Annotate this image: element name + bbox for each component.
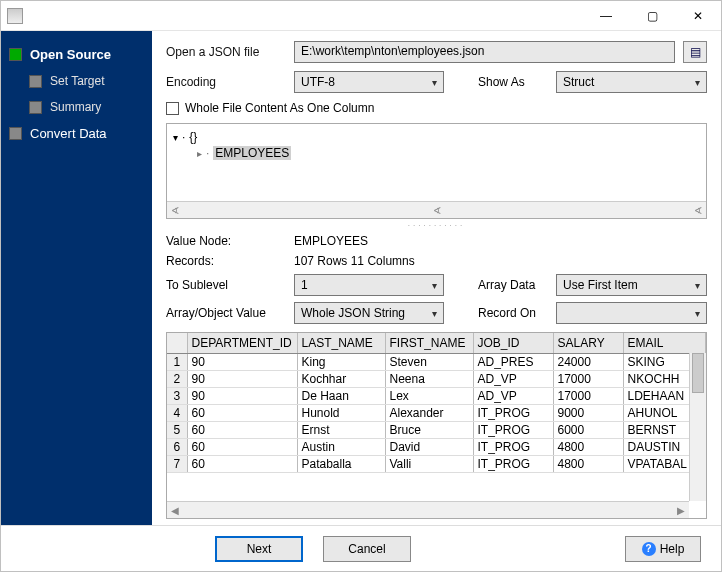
column-header[interactable]: SALARY (553, 333, 623, 353)
help-icon: ? (642, 542, 656, 556)
arraydata-select[interactable]: Use First Item ▾ (556, 274, 707, 296)
file-path-input[interactable]: E:\work\temp\nton\employees.json (294, 41, 675, 63)
cell: IT_PROG (473, 455, 553, 472)
encoding-select[interactable]: UTF-8 ▾ (294, 71, 444, 93)
column-header[interactable]: FIRST_NAME (385, 333, 473, 353)
cell: 60 (187, 455, 297, 472)
browse-button[interactable]: ▤ (683, 41, 707, 63)
cell: AD_VP (473, 387, 553, 404)
cell: IT_PROG (473, 404, 553, 421)
table-row[interactable]: 190KingStevenAD_PRES24000SKING (167, 353, 706, 370)
vertical-scrollbar[interactable] (689, 353, 706, 501)
cell: King (297, 353, 385, 370)
step-marker-icon (9, 127, 22, 140)
json-tree[interactable]: ▾ · {} ▸ · EMPLOYEES ∢∢∢ (166, 123, 707, 219)
arrobj-select[interactable]: Whole JSON String ▾ (294, 302, 444, 324)
cell: Alexander (385, 404, 473, 421)
cell: 90 (187, 387, 297, 404)
cell: 6000 (553, 421, 623, 438)
value-node-label: Value Node: (166, 234, 286, 248)
tree-scrollbar[interactable]: ∢∢∢ (167, 201, 706, 218)
table-row[interactable]: 560ErnstBruceIT_PROG6000BERNST (167, 421, 706, 438)
cell: Steven (385, 353, 473, 370)
column-header[interactable]: DEPARTMENT_ID (187, 333, 297, 353)
recordon-label: Record On (478, 306, 548, 320)
row-number: 5 (167, 421, 187, 438)
arrobj-label: Array/Object Value (166, 306, 286, 320)
row-number: 4 (167, 404, 187, 421)
cell: 9000 (553, 404, 623, 421)
next-button[interactable]: Next (215, 536, 303, 562)
chevron-down-icon: ▾ (695, 280, 700, 291)
wizard-footer: Next Cancel ? Help (1, 525, 721, 571)
row-number: 1 (167, 353, 187, 370)
close-button[interactable]: ✕ (675, 1, 721, 31)
table-row[interactable]: 760PataballaValliIT_PROG4800VPATABAL (167, 455, 706, 472)
tree-root: {} (189, 130, 197, 144)
arraydata-label: Array Data (478, 278, 548, 292)
step-convert-data[interactable]: Convert Data (1, 120, 152, 147)
tree-expand-icon[interactable]: ▸ (197, 148, 202, 159)
minimize-button[interactable]: — (583, 1, 629, 31)
cell: 60 (187, 421, 297, 438)
chevron-down-icon: ▾ (432, 280, 437, 291)
table-row[interactable]: 660AustinDavidIT_PROG4800DAUSTIN (167, 438, 706, 455)
encoding-label: Encoding (166, 75, 286, 89)
step-label: Set Target (50, 74, 104, 88)
table-row[interactable]: 390De HaanLexAD_VP17000LDEHAAN (167, 387, 706, 404)
maximize-button[interactable]: ▢ (629, 1, 675, 31)
column-header[interactable]: JOB_ID (473, 333, 553, 353)
step-open-source[interactable]: Open Source (1, 41, 152, 68)
preview-table: DEPARTMENT_IDLAST_NAMEFIRST_NAMEJOB_IDSA… (166, 332, 707, 519)
help-button[interactable]: ? Help (625, 536, 701, 562)
cancel-button[interactable]: Cancel (323, 536, 411, 562)
records-label: Records: (166, 254, 286, 268)
titlebar: — ▢ ✕ (1, 1, 721, 31)
row-number: 2 (167, 370, 187, 387)
sublevel-label: To Sublevel (166, 278, 286, 292)
step-set-target[interactable]: Set Target (1, 68, 152, 94)
cell: Austin (297, 438, 385, 455)
step-marker-icon (9, 48, 22, 61)
cell: 4800 (553, 455, 623, 472)
recordon-select[interactable]: ▾ (556, 302, 707, 324)
cell: Kochhar (297, 370, 385, 387)
wizard-sidebar: Open Source Set Target Summary Convert D… (1, 31, 152, 525)
cell: 17000 (553, 370, 623, 387)
folder-icon: ▤ (690, 45, 701, 59)
cell: IT_PROG (473, 421, 553, 438)
table-row[interactable]: 290KochharNeenaAD_VP17000NKOCHH (167, 370, 706, 387)
step-label: Open Source (30, 47, 111, 62)
open-file-label: Open a JSON file (166, 45, 286, 59)
step-label: Convert Data (30, 126, 107, 141)
tree-expand-icon[interactable]: ▾ (173, 132, 178, 143)
cell: AD_VP (473, 370, 553, 387)
cell: Neena (385, 370, 473, 387)
cell: Lex (385, 387, 473, 404)
tree-selected-node[interactable]: EMPLOYEES (213, 146, 291, 160)
chevron-down-icon: ▾ (695, 77, 700, 88)
splitter[interactable]: ··········· (166, 221, 707, 230)
cell: 17000 (553, 387, 623, 404)
chevron-down-icon: ▾ (432, 308, 437, 319)
showas-label: Show As (478, 75, 548, 89)
step-summary[interactable]: Summary (1, 94, 152, 120)
cell: 60 (187, 404, 297, 421)
cell: 4800 (553, 438, 623, 455)
horizontal-scrollbar[interactable]: ◀▶ (167, 501, 689, 518)
whole-file-checkbox[interactable] (166, 102, 179, 115)
column-header[interactable]: EMAIL (623, 333, 706, 353)
cell: Ernst (297, 421, 385, 438)
records-value: 107 Rows 11 Columns (294, 254, 415, 268)
column-header[interactable]: LAST_NAME (297, 333, 385, 353)
cell: 60 (187, 438, 297, 455)
row-number: 6 (167, 438, 187, 455)
cell: Bruce (385, 421, 473, 438)
sublevel-select[interactable]: 1 ▾ (294, 274, 444, 296)
app-icon (7, 8, 23, 24)
tree-braces-icon: · (206, 146, 209, 160)
showas-select[interactable]: Struct ▾ (556, 71, 707, 93)
table-row[interactable]: 460HunoldAlexanderIT_PROG9000AHUNOL (167, 404, 706, 421)
cell: AD_PRES (473, 353, 553, 370)
cell: Pataballa (297, 455, 385, 472)
